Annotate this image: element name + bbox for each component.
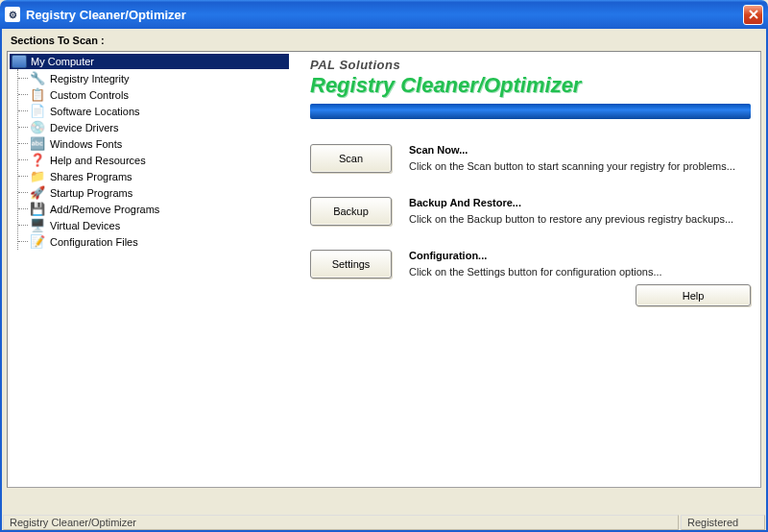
scan-text: Scan Now... Click on the Scan button to … — [409, 144, 751, 174]
tree-item-icon: 🚀 — [30, 185, 45, 201]
tree-item-label: Help and Resources — [50, 155, 146, 166]
app-icon: ⚙ — [5, 7, 20, 22]
tree-item-label: Custom Controls — [50, 89, 129, 101]
backup-title: Backup And Restore... — [409, 197, 741, 208]
window-title: Registry Cleaner/Optimizer — [26, 8, 743, 22]
tree-item-icon: 📁 — [30, 169, 45, 184]
tree-children: 🔧Registry Integrity📋Custom Controls📄Soft… — [17, 69, 289, 250]
tree-item-icon: ❓ — [30, 153, 45, 168]
tree-item[interactable]: 💾Add/Remove Programs — [18, 201, 289, 217]
tree-item[interactable]: 📝Configuration Files — [18, 233, 289, 250]
action-row-scan: Scan Scan Now... Click on the Scan butto… — [310, 144, 751, 174]
tree-item-icon: 📝 — [30, 234, 45, 250]
settings-text: Configuration... Click on the Settings b… — [409, 250, 751, 279]
settings-desc: Click on the Settings button for configu… — [409, 265, 741, 279]
help-button[interactable]: Help — [636, 284, 751, 306]
computer-icon — [12, 55, 27, 68]
titlebar: ⚙ Registry Cleaner/Optimizer — [0, 0, 768, 29]
statusbar: Registry Cleaner/Optimizer Registered — [0, 515, 768, 532]
action-row-settings: Settings Configuration... Click on the S… — [310, 250, 751, 279]
tree-item[interactable]: 🔤Windows Fonts — [18, 135, 289, 152]
decorative-bar — [310, 104, 751, 119]
tree-item[interactable]: ❓Help and Resources — [18, 152, 289, 168]
tree-view[interactable]: My Computer 🔧Registry Integrity📋Custom C… — [8, 52, 291, 487]
tree-item-icon: 🔧 — [30, 71, 45, 86]
tree-item-label: Windows Fonts — [50, 138, 122, 150]
tree-item[interactable]: 🔧Registry Integrity — [18, 70, 289, 86]
brand-big: Registry Cleaner/Optimizer — [310, 73, 751, 98]
settings-button[interactable]: Settings — [310, 250, 392, 278]
tree-item-label: Device Drivers — [50, 122, 119, 133]
main-panel: My Computer 🔧Registry Integrity📋Custom C… — [7, 51, 761, 488]
tree-item-icon: 🔤 — [30, 136, 45, 152]
status-left: Registry Cleaner/Optimizer — [3, 515, 679, 530]
status-right: Registered — [681, 515, 765, 530]
tree-item[interactable]: 📋Custom Controls — [18, 86, 289, 103]
tree-item[interactable]: 📄Software Locations — [18, 103, 289, 119]
tree-root-label: My Computer — [31, 56, 94, 67]
tree-item-icon: 🖥️ — [30, 218, 45, 233]
sidebar-heading: Sections To Scan : — [7, 31, 761, 51]
tree-item-label: Virtual Devices — [50, 220, 120, 231]
window-body: Sections To Scan : My Computer 🔧Registry… — [0, 29, 768, 515]
tree-item-label: Registry Integrity — [50, 73, 130, 85]
action-row-backup: Backup Backup And Restore... Click on th… — [310, 197, 751, 227]
tree-item-icon: 📋 — [30, 87, 45, 103]
scan-button[interactable]: Scan — [310, 144, 392, 173]
scan-title: Scan Now... — [409, 144, 741, 156]
brand-small: PAL Solutions — [310, 58, 751, 72]
help-button-wrap: Help — [636, 284, 751, 306]
tree-item[interactable]: 📁Shares Programs — [18, 168, 289, 184]
tree-item-label: Startup Programs — [50, 187, 132, 199]
settings-title: Configuration... — [409, 250, 741, 261]
close-icon — [749, 10, 758, 19]
tree-item-icon: 💾 — [30, 202, 45, 217]
backup-desc: Click on the Backup button to restore an… — [409, 212, 741, 227]
tree-item[interactable]: 💿Device Drivers — [18, 119, 289, 135]
scan-desc: Click on the Scan button to start scanni… — [409, 159, 741, 174]
tree-item-label: Add/Remove Programs — [50, 204, 159, 215]
tree-item-label: Shares Programs — [50, 171, 132, 182]
tree-item-label: Software Locations — [50, 106, 140, 117]
close-button[interactable] — [743, 5, 763, 25]
tree-item[interactable]: 🚀Startup Programs — [18, 184, 289, 201]
tree-item-icon: 📄 — [30, 104, 45, 119]
tree-root[interactable]: My Computer — [10, 54, 289, 69]
backup-text: Backup And Restore... Click on the Backu… — [409, 197, 751, 227]
tree-item-icon: 💿 — [30, 120, 45, 135]
right-panel: PAL Solutions Registry Cleaner/Optimizer… — [291, 52, 760, 487]
tree-item[interactable]: 🖥️Virtual Devices — [18, 217, 289, 233]
backup-button[interactable]: Backup — [310, 197, 392, 226]
tree-item-label: Configuration Files — [50, 236, 138, 248]
